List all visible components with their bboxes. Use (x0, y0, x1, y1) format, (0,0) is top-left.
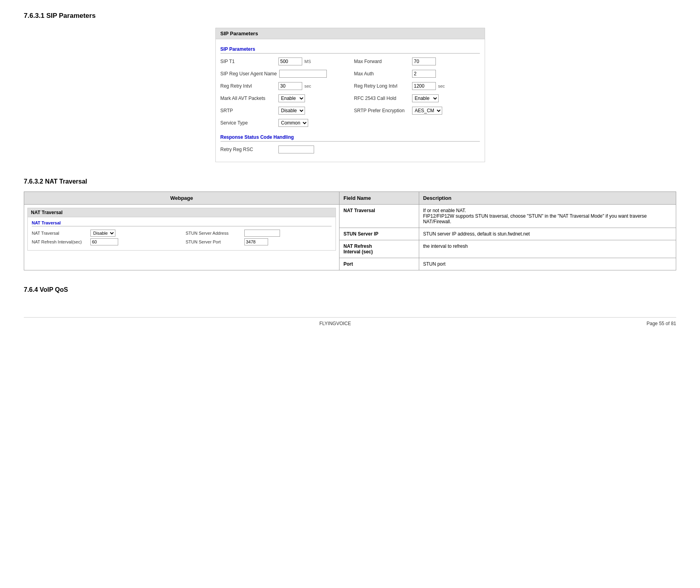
nat-form-col-right: STUN Server Address STUN Server Port (186, 230, 332, 247)
stun-port-input[interactable] (244, 238, 268, 245)
nat-traversal-label: NAT Traversal (32, 231, 87, 236)
stun-port-label: STUN Server Port (186, 239, 241, 244)
srtp-select[interactable]: Disable Enable (278, 107, 305, 115)
reg-retry-unit: sec (305, 84, 311, 88)
table-header-row: Webpage Field Name Description (24, 192, 676, 205)
nat-screenshot-inner: NAT Traversal NAT Traversal Disable Enab… (28, 217, 336, 250)
srtp-row: SRTP Disable Enable (221, 107, 346, 115)
nat-traversal-row: NAT Traversal Disable Enable (32, 230, 178, 237)
sip-box-inner: SIP Parameters SIP T1 MS Max Forward SIP… (216, 39, 485, 162)
max-auth-input[interactable] (412, 70, 436, 78)
sip-t1-label: SIP T1 (221, 59, 276, 64)
max-forward-label: Max Forward (354, 59, 410, 64)
mark-avt-select[interactable]: Enable Disable (278, 94, 305, 102)
reg-retry-input[interactable] (278, 82, 302, 90)
desc-nat-refresh: the interval to refresh (419, 240, 676, 258)
nat-screenshot: NAT Traversal NAT Traversal NAT Traversa… (27, 208, 336, 251)
nat-refresh-label: NAT Refresh Interval(sec) (32, 239, 87, 244)
table-row: NAT Traversal NAT Traversal NAT Traversa… (24, 205, 676, 228)
max-auth-row: Max Auth (354, 70, 480, 78)
srtp-label: SRTP (221, 108, 276, 113)
field-nat-refresh: NAT RefreshInterval (sec) (339, 240, 419, 258)
reg-retry-long-label: Reg Retry Long Intvl (354, 83, 410, 89)
sip-form-grid: SIP T1 MS Max Forward SIP Reg User Agent… (221, 57, 480, 129)
max-forward-row: Max Forward (354, 57, 480, 65)
nat-refresh-input[interactable] (90, 238, 118, 245)
rfc-hold-row: RFC 2543 Call Hold Enable Disable (354, 94, 480, 102)
nat-form-col-left: NAT Traversal Disable Enable NAT Refresh… (32, 230, 178, 247)
section2-heading: 7.6.3.2 NAT Traversal (24, 178, 676, 185)
nat-refresh-row: NAT Refresh Interval(sec) (32, 238, 178, 245)
sip-t1-input[interactable] (278, 57, 302, 65)
rfc-hold-label: RFC 2543 Call Hold (354, 96, 410, 101)
nat-screenshot-header: NAT Traversal (28, 208, 336, 217)
section1-heading: 7.6.3.1 SIP Parameters (24, 12, 676, 20)
mark-avt-row: Mark All AVT Packets Enable Disable (221, 94, 346, 102)
sip-t1-row: SIP T1 MS (221, 57, 346, 65)
footer-center: FLYINGVOICE (319, 321, 351, 326)
desc-nat-traversal: If or not enable NAT.FIP12/FIP12W suppor… (419, 205, 676, 228)
retry-rsc-input[interactable] (278, 146, 314, 153)
service-type-label: Service Type (221, 120, 276, 126)
section-nat-traversal: 7.6.3.2 NAT Traversal Webpage Field Name… (24, 178, 676, 270)
retry-rsc-row: Retry Reg RSC (221, 146, 480, 153)
sip-reg-row: SIP Reg User Agent Name (221, 70, 346, 78)
footer-right: Page 55 of 81 (646, 321, 676, 326)
section-voip-qos: 7.6.4 VoIP QoS (24, 286, 676, 293)
sip-reg-label: SIP Reg User Agent Name (221, 71, 277, 77)
max-forward-input[interactable] (412, 57, 436, 65)
stun-addr-row: STUN Server Address (186, 230, 332, 237)
reg-retry-long-unit: sec (438, 84, 445, 88)
sip-t1-unit: MS (305, 59, 311, 64)
reg-retry-long-row: Reg Retry Long Intvl sec (354, 82, 480, 90)
desc-port: STUN port (419, 258, 676, 270)
srtp-encrypt-label: SRTP Prefer Encryption (354, 108, 410, 113)
section-sip-parameters: 7.6.3.1 SIP Parameters SIP Parameters SI… (24, 12, 676, 162)
field-stun-server-ip: STUN Server IP (339, 228, 419, 240)
nat-section-label: NAT Traversal (32, 220, 332, 226)
nat-traversal-table: Webpage Field Name Description NAT Trave… (24, 192, 676, 270)
stun-addr-input[interactable] (244, 230, 280, 237)
stun-addr-label: STUN Server Address (186, 231, 241, 236)
srtp-encrypt-row: SRTP Prefer Encryption AES_CM (354, 107, 480, 115)
mark-avt-label: Mark All AVT Packets (221, 96, 276, 101)
service-type-row: Service Type Common Other (221, 119, 346, 127)
response-section-label: Response Status Code Handling (221, 134, 480, 142)
desc-stun-server-ip: STUN server IP address, default is stun.… (419, 228, 676, 240)
col-webpage: Webpage (24, 192, 339, 205)
srtp-encrypt-select[interactable]: AES_CM (412, 107, 442, 115)
sip-box-header: SIP Parameters (216, 28, 485, 39)
retry-rsc-label: Retry Reg RSC (221, 147, 276, 152)
reg-retry-row: Reg Retry Intvl sec (221, 82, 346, 90)
nat-form-group: NAT Traversal Disable Enable NAT Refresh… (32, 230, 332, 247)
nat-traversal-select[interactable]: Disable Enable (90, 230, 115, 237)
sip-reg-input[interactable] (279, 70, 327, 78)
sip-section-label: SIP Parameters (221, 46, 480, 54)
reg-retry-label: Reg Retry Intvl (221, 83, 276, 89)
col-description: Description (419, 192, 676, 205)
reg-retry-long-input[interactable] (412, 82, 436, 90)
section3-heading: 7.6.4 VoIP QoS (24, 286, 676, 293)
service-type-select[interactable]: Common Other (278, 119, 308, 127)
stun-port-row: STUN Server Port (186, 238, 332, 245)
field-port: Port (339, 258, 419, 270)
sip-parameters-box: SIP Parameters SIP Parameters SIP T1 MS … (215, 28, 485, 162)
max-auth-label: Max Auth (354, 71, 410, 77)
rfc-hold-select[interactable]: Enable Disable (412, 94, 439, 102)
col-field-name: Field Name (339, 192, 419, 205)
webpage-screenshot-cell: NAT Traversal NAT Traversal NAT Traversa… (24, 205, 339, 270)
field-nat-traversal: NAT Traversal (339, 205, 419, 228)
page-footer: FLYINGVOICE Page 55 of 81 (24, 317, 676, 326)
